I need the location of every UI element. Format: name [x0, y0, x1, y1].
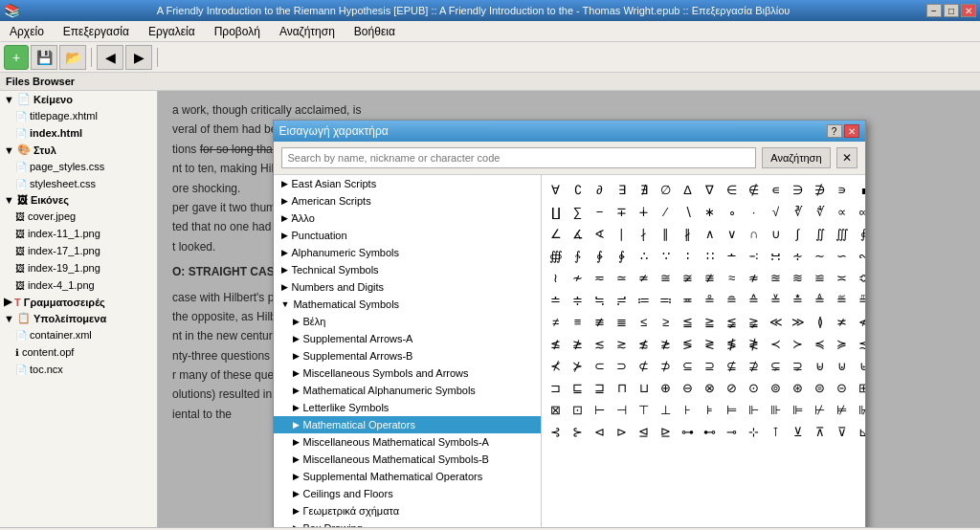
char-cell[interactable]: ≞: [854, 289, 865, 310]
tree-item-numbers[interactable]: ▶Numbers and Digits: [274, 278, 541, 296]
char-cell[interactable]: ⊐: [546, 377, 567, 398]
search-button[interactable]: Αναζήτηση: [762, 147, 830, 168]
char-cell[interactable]: ∽: [832, 245, 853, 266]
char-cell[interactable]: ⊑: [568, 377, 589, 398]
char-cell[interactable]: ∨: [722, 223, 743, 244]
menu-edit[interactable]: Επεξεργασία: [57, 23, 135, 40]
tree-item-veln[interactable]: ▶Βέλη: [274, 313, 541, 330]
char-cell[interactable]: ⊅: [656, 355, 677, 376]
char-cell[interactable]: ≄: [634, 267, 655, 288]
char-cell[interactable]: ∕: [656, 201, 677, 222]
char-cell[interactable]: ⊞: [854, 377, 865, 398]
char-cell[interactable]: ∝: [832, 201, 853, 222]
char-cell[interactable]: ≂: [590, 267, 611, 288]
tree-item-alphanumeric[interactable]: ▶Alphanumeric Symbols: [274, 244, 541, 261]
char-cell[interactable]: ⊦: [678, 399, 699, 420]
char-cell[interactable]: ∢: [590, 223, 611, 244]
char-cell[interactable]: ∘: [722, 201, 743, 222]
char-cell[interactable]: ⊭: [832, 399, 853, 420]
menu-help[interactable]: Βοήθεια: [348, 23, 401, 40]
char-cell[interactable]: ∲: [590, 245, 611, 266]
char-cell[interactable]: ∷: [700, 245, 721, 266]
char-cell[interactable]: ∍: [832, 179, 853, 200]
char-cell[interactable]: ⊈: [722, 355, 743, 376]
save-button[interactable]: 💾: [31, 45, 57, 70]
sidebar-item-index41[interactable]: 🖼 index-4_1.png: [0, 276, 157, 294]
char-cell[interactable]: ∰: [546, 245, 567, 266]
char-cell[interactable]: ⊣: [612, 399, 633, 420]
char-cell[interactable]: ∉: [744, 179, 765, 200]
char-cell[interactable]: ≲: [590, 333, 611, 354]
char-cell[interactable]: ≬: [810, 311, 831, 332]
char-cell[interactable]: ≘: [722, 289, 743, 310]
char-cell[interactable]: ∪: [766, 223, 787, 244]
char-cell[interactable]: ⊴: [634, 421, 655, 442]
char-cell[interactable]: ≍: [832, 267, 853, 288]
sidebar-item-stylesheet[interactable]: 📄 stylesheet.css: [0, 175, 157, 192]
char-cell[interactable]: ⊱: [568, 421, 589, 442]
char-cell[interactable]: ≛: [788, 289, 809, 310]
char-cell[interactable]: ≉: [744, 267, 765, 288]
char-cell[interactable]: ≙: [744, 289, 765, 310]
char-cell[interactable]: ≠: [546, 311, 567, 332]
char-cell[interactable]: ⊌: [810, 355, 831, 376]
char-cell[interactable]: ∫: [788, 223, 809, 244]
char-cell[interactable]: ≸: [722, 333, 743, 354]
char-cell[interactable]: ⊋: [788, 355, 809, 376]
char-cell[interactable]: ⊃: [612, 355, 633, 376]
char-cell[interactable]: ∇: [700, 179, 721, 200]
char-cell[interactable]: ∣: [612, 223, 633, 244]
char-cell[interactable]: ∋: [788, 179, 809, 200]
char-cell[interactable]: ⊶: [678, 421, 699, 442]
char-cell[interactable]: ⊰: [546, 421, 567, 442]
char-cell[interactable]: ⊡: [568, 399, 589, 420]
char-cell[interactable]: ≫: [788, 311, 809, 332]
tree-item-east-asian[interactable]: ▶East Asian Scripts: [274, 175, 541, 192]
sidebar-item-pagestyles[interactable]: 📄 page_styles.css: [0, 158, 157, 175]
char-cell[interactable]: −: [590, 201, 611, 222]
sidebar-section-eikones[interactable]: ▼ 🖼 Εικόνες: [0, 192, 157, 208]
char-cell[interactable]: ∴: [634, 245, 655, 266]
char-cell[interactable]: ≅: [656, 267, 677, 288]
char-cell[interactable]: ∬: [810, 223, 831, 244]
char-cell[interactable]: ∠: [546, 223, 567, 244]
char-cell[interactable]: ⊗: [700, 377, 721, 398]
char-cell[interactable]: ≪: [766, 311, 787, 332]
char-cell[interactable]: ⊙: [744, 377, 765, 398]
char-cell[interactable]: ⊽: [832, 421, 853, 442]
sidebar-section-ypolipomena[interactable]: ▼ 📋 Υπολείπομενα: [0, 310, 157, 326]
char-cell[interactable]: ∞: [854, 201, 865, 222]
char-cell[interactable]: ≥: [656, 311, 677, 332]
char-cell[interactable]: ≐: [546, 289, 567, 310]
char-cell[interactable]: ⊓: [612, 377, 633, 398]
char-cell[interactable]: ⊮: [854, 399, 865, 420]
char-cell[interactable]: ⊍: [832, 355, 853, 376]
char-cell[interactable]: ≩: [744, 311, 765, 332]
char-cell[interactable]: ≆: [678, 267, 699, 288]
char-cell[interactable]: ≌: [810, 267, 831, 288]
char-cell[interactable]: ⊒: [590, 377, 611, 398]
char-cell[interactable]: ≚: [766, 289, 787, 310]
char-cell[interactable]: ≎: [854, 267, 865, 288]
char-cell[interactable]: ⊖: [678, 377, 699, 398]
char-cell[interactable]: ∹: [744, 245, 765, 266]
tree-item-letterlike[interactable]: ▶Letterlike Symbols: [274, 399, 541, 416]
char-cell[interactable]: ≴: [634, 333, 655, 354]
char-cell[interactable]: ≮: [854, 311, 865, 332]
char-cell[interactable]: ⊾: [854, 421, 865, 442]
char-cell[interactable]: ⊲: [590, 421, 611, 442]
char-cell[interactable]: ∁: [568, 179, 589, 200]
char-cell[interactable]: ≜: [810, 289, 831, 310]
char-cell[interactable]: ≦: [678, 311, 699, 332]
char-cell[interactable]: ≶: [678, 333, 699, 354]
tree-item-supp-arrows-a[interactable]: ▶Supplemental Arrows-A: [274, 330, 541, 347]
char-cell[interactable]: ∆: [678, 179, 699, 200]
char-cell[interactable]: ≝: [832, 289, 853, 310]
char-cell[interactable]: ≗: [700, 289, 721, 310]
char-cell[interactable]: ≣: [612, 311, 633, 332]
char-cell[interactable]: ∮: [854, 223, 865, 244]
char-cell[interactable]: ⊂: [590, 355, 611, 376]
char-cell[interactable]: ≼: [810, 333, 831, 354]
char-cell[interactable]: ∭: [832, 223, 853, 244]
char-cell[interactable]: ∸: [722, 245, 743, 266]
